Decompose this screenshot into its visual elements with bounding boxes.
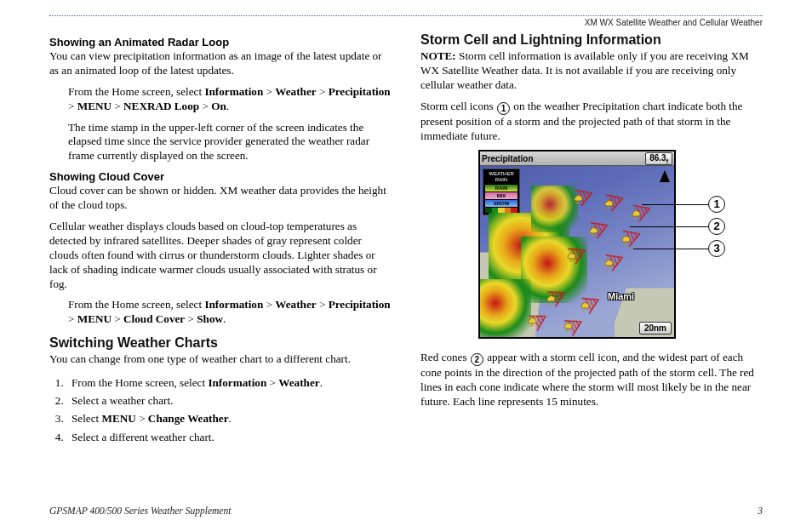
storm-cell-icon <box>603 197 615 209</box>
menu-path: From the Home screen, select Information… <box>68 85 392 114</box>
legend-scale <box>485 208 518 213</box>
city-label: Miami <box>608 291 634 301</box>
map-screenshot: Precipitation 86.3f WEATHER RAIN RAIN MI… <box>478 150 676 339</box>
list-item: Select MENU > Change Weather. <box>66 409 392 427</box>
paragraph: Cellular weather displays clouds based o… <box>49 220 392 291</box>
paragraph: You can change from one type of weather … <box>49 352 392 367</box>
list-item: Select a different weather chart. <box>66 428 392 446</box>
depth-badge: 86.3f <box>645 152 672 165</box>
paragraph: Red cones 2 appear with a storm cell ico… <box>420 351 763 409</box>
radar-echo <box>478 279 531 339</box>
page-footer: GPSMAP 400/500 Series Weather Supplement… <box>49 506 763 516</box>
callout-one: 1 <box>708 196 725 213</box>
callout-line <box>642 204 708 205</box>
callout-line <box>630 226 708 227</box>
page-number: 3 <box>758 506 763 516</box>
storm-cell-icon <box>545 293 557 305</box>
paragraph: Storm cell icons 1 on the weather Precip… <box>420 100 763 144</box>
left-column: Showing an Animated Radar Loop You can v… <box>49 32 392 453</box>
figure-storm-map: Precipitation 86.3f WEATHER RAIN RAIN MI… <box>420 150 763 339</box>
callout-three: 3 <box>708 240 725 257</box>
menu-path: From the Home screen, select Information… <box>68 298 392 327</box>
note-label: NOTE: <box>420 49 456 62</box>
heading-switching-charts: Switching Weather Charts <box>49 335 392 351</box>
header-divider <box>49 15 763 16</box>
paragraph: You can view precipitation information a… <box>49 49 392 78</box>
list-item: Select a weather chart. <box>66 392 392 409</box>
heading-radar-loop: Showing an Animated Radar Loop <box>49 36 392 49</box>
note-paragraph: NOTE: Storm cell information is availabl… <box>420 49 763 93</box>
right-column: Storm Cell and Lightning Information NOT… <box>420 32 763 453</box>
storm-cell-icon <box>526 315 538 327</box>
footer-title: GPSMAP 400/500 Series Weather Supplement <box>49 506 231 516</box>
callout-two: 2 <box>708 218 725 235</box>
precip-legend: WEATHER RAIN RAIN MIX SNOW <box>483 169 520 214</box>
storm-cell-icon <box>587 225 599 237</box>
content-columns: Showing an Animated Radar Loop You can v… <box>49 32 763 453</box>
circled-two-icon: 2 <box>471 353 483 366</box>
paragraph: Cloud cover can be shown or hidden. XM w… <box>49 184 392 213</box>
storm-cell-icon <box>620 233 632 245</box>
heading-cloud-cover: Showing Cloud Cover <box>49 170 392 183</box>
manual-page: XM WX Satellite Weather and Cellular Wea… <box>0 0 812 526</box>
storm-cell-icon <box>630 208 642 220</box>
storm-cell-icon <box>579 300 591 312</box>
list-item: From the Home screen, select Information… <box>66 374 392 392</box>
storm-cell-icon <box>572 192 584 204</box>
heading-storm-cell: Storm Cell and Lightning Information <box>420 32 763 48</box>
running-header: XM WX Satellite Weather and Cellular Wea… <box>49 18 763 27</box>
steps-list: From the Home screen, select Information… <box>49 374 392 446</box>
storm-cell-icon <box>562 320 574 332</box>
map-scale-badge: 20nm <box>639 322 672 334</box>
circled-one-icon: 1 <box>497 102 510 115</box>
map-titlebar: Precipitation 86.3f <box>480 152 674 166</box>
storm-cell-icon <box>565 250 577 262</box>
north-arrow-icon <box>660 170 670 182</box>
radar-echo <box>531 186 578 232</box>
callout-line <box>633 249 708 249</box>
paragraph: The time stamp in the upper-left corner … <box>68 121 392 164</box>
map-title: Precipitation <box>482 154 534 163</box>
storm-cell-icon <box>603 257 615 269</box>
